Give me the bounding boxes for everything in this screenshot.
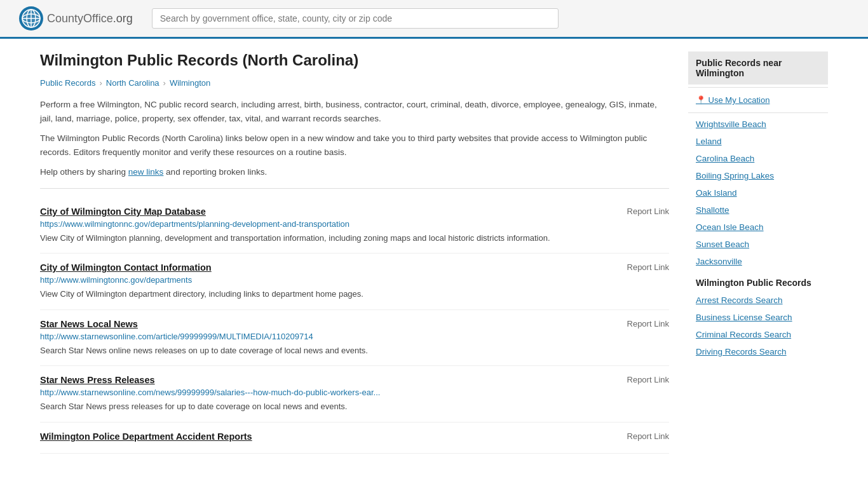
record-url[interactable]: http://www.starnewsonline.com/news/99999… xyxy=(40,388,669,397)
record-item: Star News Local News Report Link http://… xyxy=(40,310,669,367)
records-section-title: Wilmington Public Records xyxy=(688,270,828,292)
new-links-link[interactable]: new links xyxy=(128,167,164,177)
nearby-section-title: Public Records nearWilmington xyxy=(688,51,828,85)
sidebar-item-boiling-spring-lakes[interactable]: Boiling Spring Lakes xyxy=(688,167,828,184)
sidebar-item-shallotte[interactable]: Shallotte xyxy=(688,201,828,219)
logo-text: CountyOffice.org xyxy=(47,12,133,25)
sidebar-divider xyxy=(688,87,828,88)
sidebar-item-business-license[interactable]: Business License Search xyxy=(688,309,828,326)
main-layout: Wilmington Public Records (North Carolin… xyxy=(21,39,847,466)
breadcrumb-sep-1: › xyxy=(99,78,102,88)
desc-para-3: Help others by sharing new links and rep… xyxy=(40,165,669,179)
report-link[interactable]: Report Link xyxy=(627,207,669,216)
record-title[interactable]: City of Wilmington Contact Information xyxy=(40,262,212,273)
sidebar-item-jacksonville[interactable]: Jacksonville xyxy=(688,253,828,270)
report-link[interactable]: Report Link xyxy=(627,262,669,272)
record-title[interactable]: Star News Local News xyxy=(40,319,138,329)
breadcrumb-sep-2: › xyxy=(163,78,166,88)
sidebar-item-arrest-records[interactable]: Arrest Records Search xyxy=(688,292,828,309)
report-link[interactable]: Report Link xyxy=(627,319,669,329)
record-item: Wilmington Police Department Accident Re… xyxy=(40,423,669,454)
description-section: Perform a free Wilmington, NC public rec… xyxy=(40,98,669,189)
sidebar-item-wrightsville-beach[interactable]: Wrightsville Beach xyxy=(688,116,828,133)
breadcrumb: Public Records › North Carolina › Wilmin… xyxy=(40,78,669,88)
record-desc: View City of Wilmington planning, develo… xyxy=(40,232,669,245)
sidebar-divider xyxy=(688,112,828,113)
sidebar-item-carolina-beach[interactable]: Carolina Beach xyxy=(688,150,828,167)
record-title[interactable]: Wilmington Police Department Accident Re… xyxy=(40,431,252,442)
sidebar-item-driving-records[interactable]: Driving Records Search xyxy=(688,343,828,360)
record-item: Star News Press Releases Report Link htt… xyxy=(40,366,669,423)
page-title: Wilmington Public Records (North Carolin… xyxy=(40,51,669,69)
sidebar: Public Records nearWilmington 📍 Use My L… xyxy=(688,51,828,454)
report-link[interactable]: Report Link xyxy=(627,375,669,384)
search-input[interactable] xyxy=(152,8,559,29)
record-desc: View City of Wilmington department direc… xyxy=(40,288,669,301)
main-content: Wilmington Public Records (North Carolin… xyxy=(40,51,669,454)
records-list: City of Wilmington City Map Database Rep… xyxy=(40,198,669,454)
record-desc: Search Star News press releases for up t… xyxy=(40,400,669,413)
breadcrumb-public-records[interactable]: Public Records xyxy=(40,78,95,88)
sidebar-item-criminal-records[interactable]: Criminal Records Search xyxy=(688,326,828,343)
record-item: City of Wilmington Contact Information R… xyxy=(40,254,669,310)
record-desc: Search Star News online news releases on… xyxy=(40,344,669,357)
logo-icon xyxy=(19,6,43,30)
sidebar-item-leland[interactable]: Leland xyxy=(688,133,828,150)
sidebar-item-ocean-isle-beach[interactable]: Ocean Isle Beach xyxy=(688,219,828,236)
record-url[interactable]: http://www.wilmingtonnc.gov/departments xyxy=(40,275,669,285)
record-title[interactable]: Star News Press Releases xyxy=(40,375,155,385)
sidebar-item-sunset-beach[interactable]: Sunset Beach xyxy=(688,236,828,253)
breadcrumb-north-carolina[interactable]: North Carolina xyxy=(106,78,159,88)
use-my-location[interactable]: 📍 Use My Location xyxy=(688,90,828,110)
record-url[interactable]: https://www.wilmingtonnc.gov/departments… xyxy=(40,219,669,229)
record-title[interactable]: City of Wilmington City Map Database xyxy=(40,207,206,217)
site-header: CountyOffice.org xyxy=(0,0,868,39)
sidebar-item-oak-island[interactable]: Oak Island xyxy=(688,184,828,201)
desc-para-1: Perform a free Wilmington, NC public rec… xyxy=(40,98,669,125)
record-url[interactable]: http://www.starnewsonline.com/article/99… xyxy=(40,332,669,341)
breadcrumb-wilmington[interactable]: Wilmington xyxy=(170,78,210,88)
logo[interactable]: CountyOffice.org xyxy=(19,6,133,30)
desc-para-2: The Wilmington Public Records (North Car… xyxy=(40,132,669,159)
report-link[interactable]: Report Link xyxy=(627,431,669,441)
record-item: City of Wilmington City Map Database Rep… xyxy=(40,198,669,254)
